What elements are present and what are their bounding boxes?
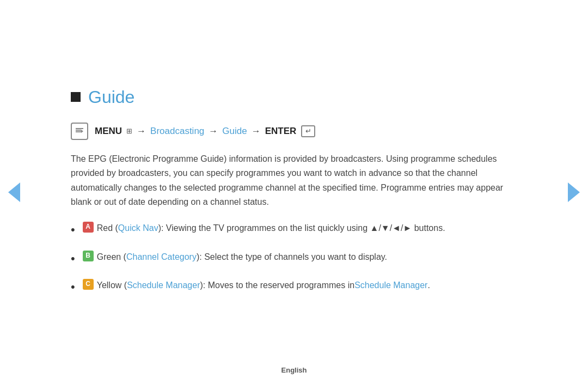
page-title: Guide bbox=[88, 87, 134, 107]
svg-rect-0 bbox=[76, 128, 83, 129]
bullet-dot: • bbox=[71, 249, 75, 269]
page-container: Guide MENU ⊞ → Broadcasting → Guide → EN… bbox=[0, 0, 588, 384]
menu-nav-row: MENU ⊞ → Broadcasting → Guide → ENTER ↵ bbox=[71, 123, 517, 140]
nav-left-button[interactable] bbox=[7, 179, 22, 206]
svg-rect-1 bbox=[76, 130, 81, 131]
list-item: • B Green (Channel Category): Select the… bbox=[71, 250, 517, 269]
enter-label: ENTER bbox=[265, 126, 297, 137]
bullet-content: C Yellow (Schedule Manager): Moves to th… bbox=[83, 278, 430, 292]
body-paragraph: The EPG (Electronic Programme Guide) inf… bbox=[71, 152, 517, 210]
enter-icon: ↵ bbox=[301, 125, 315, 137]
green-badge: B bbox=[83, 251, 94, 261]
footer-language: English bbox=[281, 366, 307, 374]
list-item: • A Red (Quick Nav): Viewing the TV prog… bbox=[71, 221, 517, 240]
nav-arrow-3: → bbox=[252, 126, 261, 137]
yellow-badge: C bbox=[83, 279, 94, 290]
bullet-3-text: ): Moves to the reserved programmes in bbox=[200, 278, 354, 292]
bullet-content: B Green (Channel Category): Select the t… bbox=[83, 250, 387, 264]
color-name-yellow: Yellow ( bbox=[97, 278, 127, 292]
bullet-1-text: ): Viewing the TV programmes on the list… bbox=[158, 221, 445, 235]
color-name-green: Green ( bbox=[97, 250, 126, 264]
guide-link[interactable]: Guide bbox=[222, 126, 247, 137]
footer: English bbox=[281, 366, 307, 374]
red-badge: A bbox=[83, 222, 94, 233]
nav-arrow-2: → bbox=[209, 126, 218, 137]
content-area: Guide MENU ⊞ → Broadcasting → Guide → EN… bbox=[71, 65, 517, 319]
bullet-list: • A Red (Quick Nav): Viewing the TV prog… bbox=[71, 221, 517, 297]
bullet-dot: • bbox=[71, 220, 75, 240]
bullet-2-text: ): Select the type of channels you want … bbox=[197, 250, 387, 264]
right-arrow-icon bbox=[568, 182, 580, 202]
menu-icon bbox=[71, 123, 88, 140]
menu-label: MENU bbox=[95, 126, 122, 137]
nav-right-button[interactable] bbox=[566, 179, 581, 206]
schedule-manager-link-2[interactable]: Schedule Manager bbox=[354, 278, 427, 292]
bullet-content: A Red (Quick Nav): Viewing the TV progra… bbox=[83, 221, 445, 235]
broadcasting-link[interactable]: Broadcasting bbox=[150, 126, 204, 137]
schedule-manager-link-1[interactable]: Schedule Manager bbox=[127, 278, 200, 292]
menu-grid-icon: ⊞ bbox=[126, 127, 132, 135]
channel-category-link[interactable]: Channel Category bbox=[126, 250, 197, 264]
nav-arrow-1: → bbox=[137, 126, 146, 137]
left-arrow-icon bbox=[8, 182, 20, 202]
bullet-3-suffix: . bbox=[427, 278, 430, 292]
bullet-dot: • bbox=[71, 277, 75, 297]
quick-nav-link[interactable]: Quick Nav bbox=[118, 221, 158, 235]
color-name-red: Red ( bbox=[97, 221, 118, 235]
title-square-icon bbox=[71, 92, 81, 102]
list-item: • C Yellow (Schedule Manager): Moves to … bbox=[71, 278, 517, 297]
title-row: Guide bbox=[71, 87, 517, 107]
